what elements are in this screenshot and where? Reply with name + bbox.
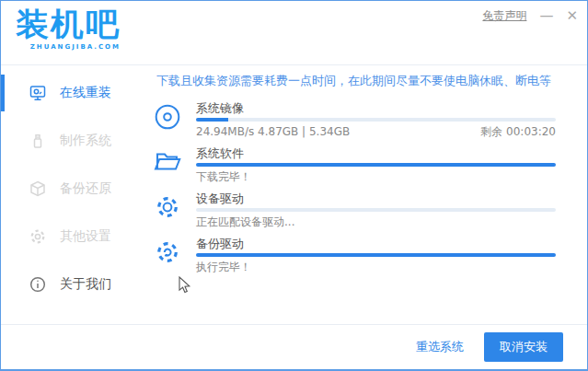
task-status-left: 正在匹配设备驱动... [196,215,294,229]
box-icon [29,180,47,198]
reselect-system-button[interactable]: 重选系统 [416,339,464,355]
active-indicator [1,75,5,111]
monitor-icon [29,84,47,102]
folder-icon [154,148,181,191]
progress-fill [196,253,556,257]
disc-icon [154,103,181,146]
sidebar-item-label: 在线重装 [60,85,111,101]
logo-subtitle: ZHUANGJIBA.COM [16,43,121,51]
sidebar-item-label: 备份还原 [60,180,111,197]
task-row-backup-driver: 备份驱动 执行完毕！ [152,237,556,282]
task-row-system-software: 系统软件 下载完毕！ [152,146,556,191]
sidebar-item-backup-restore[interactable]: 备份还原 [1,170,137,207]
progress-bar [196,163,556,167]
sidebar-item-make-system[interactable]: 制作系统 [1,122,137,159]
sidebar-item-label: 其他设置 [60,228,111,245]
gear-sync-icon [154,238,181,282]
task-name: 系统镜像 [196,101,556,115]
main-content: 下载且收集资源需要耗费一点时间，在此期间尽量不要使电脑休眠、断电等 系统镜像 2… [137,65,587,324]
task-status-left: 24.94MB/s 4.87GB | 5.34GB [196,125,350,139]
sidebar-item-other-settings[interactable]: 其他设置 [1,218,137,255]
sidebar: 在线重装 制作系统 备份还原 其他 [1,65,137,324]
task-list: 系统镜像 24.94MB/s 4.87GB | 5.34GB 剩余 00:03:… [152,101,556,282]
progress-fill [196,163,556,167]
app-window: 装机吧 ZHUANGJIBA.COM 免责声明 — ✕ 在线重装 [0,0,588,371]
task-status-left: 下载完毕！ [196,170,251,184]
gear-icon [29,227,47,246]
disclaimer-link[interactable]: 免责声明 [482,8,526,24]
notice-text: 下载且收集资源需要耗费一点时间，在此期间尽量不要使电脑休眠、断电等 [152,73,556,89]
progress-bar [196,118,556,122]
minimize-button[interactable]: — [539,9,553,23]
sidebar-item-label: 制作系统 [60,133,111,149]
close-button[interactable]: ✕ [566,9,578,23]
sidebar-item-about-us[interactable]: 关于我们 [1,266,137,303]
usb-icon [29,132,47,150]
info-icon [29,275,47,294]
task-status-left: 执行完毕！ [196,261,251,274]
task-time-remaining: 剩余 00:03:20 [480,125,556,139]
logo-title: 装机吧 [16,7,121,42]
window-body: 在线重装 制作系统 备份还原 其他 [1,65,587,324]
progress-bar [196,253,556,257]
footer: 重选系统 取消安装 [1,324,587,369]
task-name: 设备驱动 [196,191,556,205]
titlebar-actions: 免责声明 — ✕ [482,8,578,24]
task-name: 系统软件 [196,146,556,160]
task-row-system-image: 系统镜像 24.94MB/s 4.87GB | 5.34GB 剩余 00:03:… [152,101,556,146]
header: 装机吧 ZHUANGJIBA.COM 免责声明 — ✕ [1,1,587,65]
sidebar-item-label: 关于我们 [60,276,111,293]
cancel-install-button[interactable]: 取消安装 [484,332,563,362]
progress-bar [196,208,556,212]
sidebar-item-online-reinstall[interactable]: 在线重装 [1,75,137,111]
progress-fill [196,118,228,122]
app-logo: 装机吧 ZHUANGJIBA.COM [16,6,121,51]
task-row-device-driver: 设备驱动 正在匹配设备驱动... [152,191,556,237]
task-name: 备份驱动 [196,237,556,250]
gear-icon [154,193,181,237]
